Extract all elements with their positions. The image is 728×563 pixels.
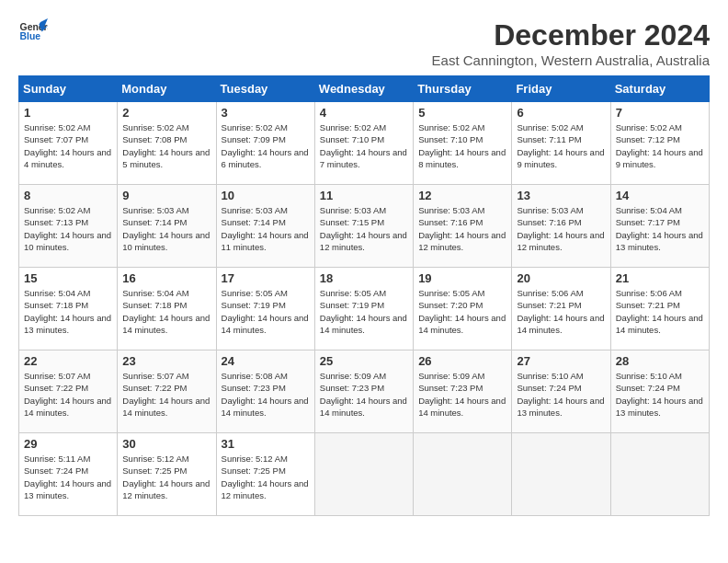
day-cell: 14 Sunrise: 5:04 AM Sunset: 7:17 PM Dayl… bbox=[610, 185, 709, 268]
day-cell: 30 Sunrise: 5:12 AM Sunset: 7:25 PM Dayl… bbox=[118, 433, 216, 516]
day-number: 11 bbox=[320, 189, 408, 202]
day-number: 24 bbox=[222, 354, 310, 368]
calendar-row: 1 Sunrise: 5:02 AM Sunset: 7:07 PM Dayli… bbox=[19, 102, 710, 185]
month-title: December 2024 bbox=[432, 18, 710, 52]
day-cell: 9 Sunrise: 5:03 AM Sunset: 7:14 PM Dayli… bbox=[118, 185, 216, 268]
col-wednesday: Wednesday bbox=[314, 76, 413, 102]
day-cell: 29 Sunrise: 5:11 AM Sunset: 7:24 PM Dayl… bbox=[19, 433, 118, 516]
day-info: Sunrise: 5:05 AM Sunset: 7:19 PM Dayligh… bbox=[222, 287, 310, 336]
day-info: Sunrise: 5:09 AM Sunset: 7:23 PM Dayligh… bbox=[320, 370, 408, 419]
col-friday: Friday bbox=[512, 76, 610, 102]
day-number: 2 bbox=[122, 106, 210, 120]
day-info: Sunrise: 5:12 AM Sunset: 7:25 PM Dayligh… bbox=[222, 453, 310, 501]
header-row: Sunday Monday Tuesday Wednesday Thursday… bbox=[19, 76, 710, 102]
day-cell: 27 Sunrise: 5:10 AM Sunset: 7:24 PM Dayl… bbox=[512, 350, 610, 433]
day-cell: 25 Sunrise: 5:09 AM Sunset: 7:23 PM Dayl… bbox=[314, 350, 413, 433]
day-cell: 28 Sunrise: 5:10 AM Sunset: 7:24 PM Dayl… bbox=[610, 350, 709, 433]
day-cell: 6 Sunrise: 5:02 AM Sunset: 7:11 PM Dayli… bbox=[512, 102, 610, 185]
col-tuesday: Tuesday bbox=[216, 76, 314, 102]
day-info: Sunrise: 5:08 AM Sunset: 7:23 PM Dayligh… bbox=[222, 370, 310, 419]
day-info: Sunrise: 5:03 AM Sunset: 7:15 PM Dayligh… bbox=[320, 204, 408, 253]
day-info: Sunrise: 5:04 AM Sunset: 7:18 PM Dayligh… bbox=[122, 287, 210, 336]
svg-text:Blue: Blue bbox=[20, 31, 41, 41]
day-info: Sunrise: 5:03 AM Sunset: 7:16 PM Dayligh… bbox=[418, 204, 506, 253]
day-info: Sunrise: 5:02 AM Sunset: 7:10 PM Dayligh… bbox=[320, 121, 408, 170]
day-number: 9 bbox=[122, 189, 210, 202]
logo: General Blue bbox=[18, 18, 48, 44]
day-number: 17 bbox=[222, 271, 310, 285]
day-cell: 17 Sunrise: 5:05 AM Sunset: 7:19 PM Dayl… bbox=[216, 268, 314, 350]
title-block: December 2024 East Cannington, Western A… bbox=[432, 18, 710, 68]
calendar-row: 8 Sunrise: 5:02 AM Sunset: 7:13 PM Dayli… bbox=[19, 185, 710, 268]
day-info: Sunrise: 5:07 AM Sunset: 7:22 PM Dayligh… bbox=[24, 370, 112, 419]
day-cell: 7 Sunrise: 5:02 AM Sunset: 7:12 PM Dayli… bbox=[610, 102, 709, 185]
calendar-row: 22 Sunrise: 5:07 AM Sunset: 7:22 PM Dayl… bbox=[19, 350, 710, 433]
col-thursday: Thursday bbox=[414, 76, 512, 102]
day-cell: 26 Sunrise: 5:09 AM Sunset: 7:23 PM Dayl… bbox=[414, 350, 512, 433]
empty-cell bbox=[314, 433, 413, 516]
day-info: Sunrise: 5:07 AM Sunset: 7:22 PM Dayligh… bbox=[122, 370, 210, 419]
day-cell: 31 Sunrise: 5:12 AM Sunset: 7:25 PM Dayl… bbox=[216, 433, 314, 516]
day-number: 6 bbox=[517, 106, 605, 120]
day-number: 19 bbox=[418, 271, 506, 285]
day-number: 5 bbox=[418, 106, 506, 120]
day-cell: 5 Sunrise: 5:02 AM Sunset: 7:10 PM Dayli… bbox=[414, 102, 512, 185]
calendar-row: 29 Sunrise: 5:11 AM Sunset: 7:24 PM Dayl… bbox=[19, 433, 710, 516]
day-number: 21 bbox=[616, 271, 704, 285]
day-number: 16 bbox=[122, 271, 210, 285]
day-cell: 3 Sunrise: 5:02 AM Sunset: 7:09 PM Dayli… bbox=[216, 102, 314, 185]
day-cell: 20 Sunrise: 5:06 AM Sunset: 7:21 PM Dayl… bbox=[512, 268, 610, 350]
day-cell: 13 Sunrise: 5:03 AM Sunset: 7:16 PM Dayl… bbox=[512, 185, 610, 268]
day-info: Sunrise: 5:02 AM Sunset: 7:12 PM Dayligh… bbox=[616, 121, 704, 170]
day-info: Sunrise: 5:02 AM Sunset: 7:09 PM Dayligh… bbox=[222, 121, 310, 170]
day-cell: 11 Sunrise: 5:03 AM Sunset: 7:15 PM Dayl… bbox=[314, 185, 413, 268]
day-info: Sunrise: 5:09 AM Sunset: 7:23 PM Dayligh… bbox=[418, 370, 506, 419]
day-info: Sunrise: 5:04 AM Sunset: 7:17 PM Dayligh… bbox=[616, 204, 704, 253]
day-cell: 24 Sunrise: 5:08 AM Sunset: 7:23 PM Dayl… bbox=[216, 350, 314, 433]
day-cell: 2 Sunrise: 5:02 AM Sunset: 7:08 PM Dayli… bbox=[118, 102, 216, 185]
empty-cell bbox=[610, 433, 709, 516]
day-info: Sunrise: 5:02 AM Sunset: 7:07 PM Dayligh… bbox=[24, 121, 112, 170]
day-number: 27 bbox=[517, 354, 605, 368]
day-number: 1 bbox=[24, 106, 112, 120]
col-sunday: Sunday bbox=[19, 76, 118, 102]
day-info: Sunrise: 5:05 AM Sunset: 7:20 PM Dayligh… bbox=[418, 287, 506, 336]
day-cell: 8 Sunrise: 5:02 AM Sunset: 7:13 PM Dayli… bbox=[19, 185, 118, 268]
day-info: Sunrise: 5:02 AM Sunset: 7:08 PM Dayligh… bbox=[122, 121, 210, 170]
empty-cell bbox=[414, 433, 512, 516]
day-number: 23 bbox=[122, 354, 210, 368]
day-cell: 12 Sunrise: 5:03 AM Sunset: 7:16 PM Dayl… bbox=[414, 185, 512, 268]
day-number: 31 bbox=[222, 437, 310, 451]
day-cell: 10 Sunrise: 5:03 AM Sunset: 7:14 PM Dayl… bbox=[216, 185, 314, 268]
day-number: 7 bbox=[616, 106, 704, 120]
calendar-table: Sunday Monday Tuesday Wednesday Thursday… bbox=[18, 75, 710, 516]
day-info: Sunrise: 5:05 AM Sunset: 7:19 PM Dayligh… bbox=[320, 287, 408, 336]
day-info: Sunrise: 5:02 AM Sunset: 7:11 PM Dayligh… bbox=[517, 121, 605, 170]
day-cell: 21 Sunrise: 5:06 AM Sunset: 7:21 PM Dayl… bbox=[610, 268, 709, 350]
day-cell: 23 Sunrise: 5:07 AM Sunset: 7:22 PM Dayl… bbox=[118, 350, 216, 433]
col-monday: Monday bbox=[118, 76, 216, 102]
day-cell: 16 Sunrise: 5:04 AM Sunset: 7:18 PM Dayl… bbox=[118, 268, 216, 350]
day-info: Sunrise: 5:03 AM Sunset: 7:14 PM Dayligh… bbox=[222, 204, 310, 253]
day-info: Sunrise: 5:10 AM Sunset: 7:24 PM Dayligh… bbox=[616, 370, 704, 419]
empty-cell bbox=[512, 433, 610, 516]
day-cell: 4 Sunrise: 5:02 AM Sunset: 7:10 PM Dayli… bbox=[314, 102, 413, 185]
day-info: Sunrise: 5:02 AM Sunset: 7:13 PM Dayligh… bbox=[24, 204, 112, 253]
day-info: Sunrise: 5:03 AM Sunset: 7:14 PM Dayligh… bbox=[122, 204, 210, 253]
day-info: Sunrise: 5:02 AM Sunset: 7:10 PM Dayligh… bbox=[418, 121, 506, 170]
day-number: 29 bbox=[24, 437, 112, 451]
day-number: 30 bbox=[122, 437, 210, 451]
col-saturday: Saturday bbox=[610, 76, 709, 102]
day-info: Sunrise: 5:06 AM Sunset: 7:21 PM Dayligh… bbox=[517, 287, 605, 336]
day-number: 22 bbox=[24, 354, 112, 368]
day-info: Sunrise: 5:11 AM Sunset: 7:24 PM Dayligh… bbox=[24, 453, 112, 501]
day-info: Sunrise: 5:03 AM Sunset: 7:16 PM Dayligh… bbox=[517, 204, 605, 253]
day-info: Sunrise: 5:12 AM Sunset: 7:25 PM Dayligh… bbox=[122, 453, 210, 501]
day-info: Sunrise: 5:04 AM Sunset: 7:18 PM Dayligh… bbox=[24, 287, 112, 336]
page-header: General Blue December 2024 East Canningt… bbox=[18, 18, 710, 68]
day-cell: 18 Sunrise: 5:05 AM Sunset: 7:19 PM Dayl… bbox=[314, 268, 413, 350]
day-number: 20 bbox=[517, 271, 605, 285]
day-cell: 22 Sunrise: 5:07 AM Sunset: 7:22 PM Dayl… bbox=[19, 350, 118, 433]
day-number: 8 bbox=[24, 189, 112, 202]
day-number: 14 bbox=[616, 189, 704, 202]
